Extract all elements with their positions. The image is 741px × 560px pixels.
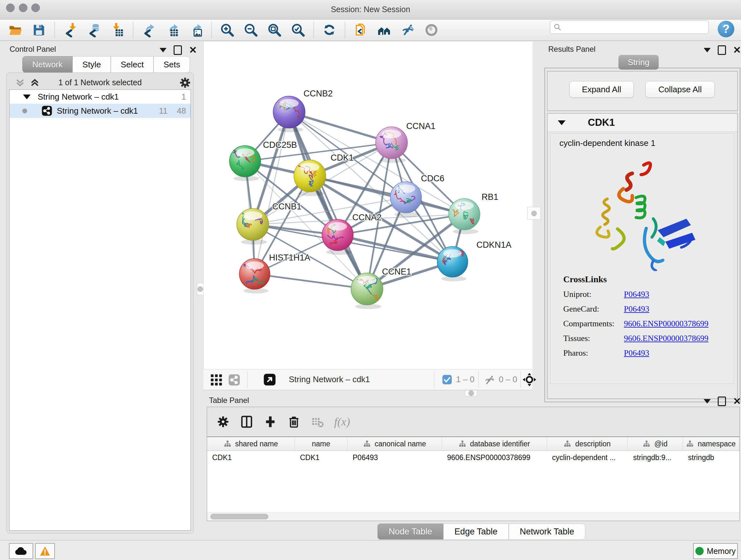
crosslinks-title: CrossLinks — [563, 274, 729, 285]
tab-edge-table[interactable]: Edge Table — [443, 523, 509, 540]
zoom-out-button[interactable] — [243, 22, 259, 38]
show-column-button[interactable] — [240, 415, 254, 429]
network-node-CCNB2[interactable] — [273, 96, 305, 132]
close-panel-icon[interactable]: ✕ — [733, 46, 741, 54]
right-splitter-handle[interactable] — [527, 207, 541, 220]
left-splitter-handle[interactable] — [197, 283, 204, 295]
zoom-fit-button[interactable] — [267, 22, 282, 38]
cell[interactable]: CDK1 — [207, 451, 295, 464]
network-view-canvas[interactable]: CCNB2CCNA1CDC25BCDK1CDC6RB1CCNB1CCNA2CDK… — [203, 42, 533, 369]
network-node-CDC25B[interactable] — [229, 145, 261, 181]
crosslink-value[interactable]: P06493 — [624, 348, 649, 358]
network-mode-icon[interactable] — [228, 374, 240, 386]
float-panel-icon[interactable] — [718, 396, 726, 406]
entry-header[interactable]: CDK1 — [548, 114, 737, 132]
function-builder-button[interactable]: f(x) — [334, 415, 350, 428]
table-horizontal-scrollbar[interactable] — [207, 512, 739, 520]
save-session-button[interactable] — [31, 22, 47, 38]
cell[interactable]: cyclin-dependent ... — [547, 451, 628, 464]
column-header-namespace[interactable]: namespace — [683, 437, 739, 450]
column-header-database-identifier[interactable]: database identifier — [442, 437, 547, 450]
tab-string[interactable]: String — [618, 55, 659, 70]
scrollbar-thumb[interactable] — [210, 514, 268, 519]
network-options-gear-icon[interactable] — [179, 77, 191, 89]
crosslink-value[interactable]: 9606.ENSP00000378699 — [624, 334, 709, 343]
column-label: @id — [654, 440, 667, 448]
tab-network[interactable]: Network — [22, 56, 72, 73]
show-graphics-details-button[interactable] — [424, 22, 439, 38]
hide-graphics-details-button[interactable] — [400, 22, 415, 38]
network-node-RB1[interactable] — [449, 199, 480, 234]
help-button[interactable]: ? — [718, 21, 734, 37]
cell[interactable]: 9606.ENSP00000378699 — [442, 451, 547, 464]
crosslink-value[interactable]: P06493 — [624, 290, 649, 299]
tab-network-table[interactable]: Network Table — [509, 523, 586, 540]
first-neighbors-button[interactable] — [377, 22, 392, 38]
column-label: name — [312, 440, 330, 448]
import-network-button[interactable] — [63, 22, 78, 38]
column-mapping-icon — [224, 440, 231, 448]
collapse-panel-icon[interactable] — [159, 48, 166, 52]
warnings-button[interactable] — [35, 543, 55, 559]
network-selection-status: 1 of 1 Network selected — [7, 78, 193, 87]
column-header--id[interactable]: @id — [628, 437, 683, 450]
zoom-in-button[interactable] — [219, 22, 235, 38]
cell[interactable]: CDK1 — [295, 451, 347, 464]
tab-select[interactable]: Select — [111, 56, 153, 73]
grid-mode-icon[interactable] — [210, 374, 222, 386]
column-header-canonical-name[interactable]: canonical name — [347, 437, 442, 450]
float-panel-icon[interactable] — [174, 45, 182, 55]
collection-expander-icon[interactable] — [23, 95, 30, 99]
column-header-name[interactable]: name — [295, 437, 347, 450]
network-collection-row[interactable]: String Network – cdk1 1 — [10, 90, 191, 104]
tab-style[interactable]: Style — [72, 56, 111, 73]
column-mapping-icon — [643, 440, 650, 448]
cloud-status-button[interactable] — [9, 543, 33, 559]
crosslink-value[interactable]: 9606.ENSP00000378699 — [624, 319, 709, 328]
column-header-shared-name[interactable]: shared name — [207, 437, 295, 450]
delete-column-button[interactable] — [287, 415, 301, 429]
open-session-button[interactable] — [8, 22, 23, 38]
export-table-button[interactable] — [165, 22, 180, 38]
create-column-button[interactable] — [263, 415, 277, 429]
fit-selected-crosshair-icon[interactable] — [522, 373, 536, 387]
table-row[interactable]: CDK1CDK1P064939606.ENSP00000378699cyclin… — [207, 451, 739, 464]
zoom-selected-button[interactable] — [290, 22, 306, 38]
export-network-button[interactable] — [141, 22, 156, 38]
crosslink-value[interactable]: P06493 — [624, 304, 649, 314]
cell[interactable]: stringdb — [683, 451, 739, 464]
network-edge[interactable] — [255, 274, 367, 289]
collapse-panel-icon[interactable] — [704, 48, 711, 52]
apply-layout-button[interactable] — [322, 22, 337, 38]
network-node-HIST1H1A[interactable] — [239, 259, 270, 294]
close-panel-icon[interactable]: ✕ — [733, 397, 741, 405]
cell[interactable]: P06493 — [347, 451, 442, 464]
network-node-CCNB1[interactable] — [237, 208, 269, 245]
birdseye-view-icon[interactable] — [263, 373, 276, 386]
collapse-all-button[interactable]: Collapse All — [645, 81, 715, 98]
string-import-button[interactable] — [353, 22, 368, 38]
tab-node-table[interactable]: Node Table — [378, 523, 443, 540]
network-node-CCNA2[interactable] — [322, 219, 353, 255]
control-panel-tabs: NetworkStyleSelectSets — [22, 56, 190, 73]
network-node-CDKN1A[interactable] — [437, 246, 468, 281]
selected-checkbox-icon[interactable] — [442, 374, 452, 385]
network-node-CCNA1[interactable] — [376, 127, 408, 163]
table-options-button[interactable] — [216, 415, 230, 429]
network-row[interactable]: String Network – cdk1 11 48 — [10, 104, 191, 118]
import-network-database-button[interactable] — [86, 22, 102, 38]
search-input[interactable] — [562, 21, 709, 33]
export-image-button[interactable] — [188, 22, 204, 38]
tab-sets[interactable]: Sets — [153, 56, 190, 73]
column-header-description[interactable]: description — [547, 437, 628, 450]
memory-button[interactable]: Memory — [693, 543, 738, 559]
cell[interactable]: stringdb:9... — [628, 451, 683, 464]
close-panel-icon[interactable]: ✕ — [189, 46, 197, 54]
import-table-button[interactable] — [110, 22, 125, 38]
entry-expander-icon[interactable] — [558, 120, 565, 125]
show-graphics-details-icon — [424, 23, 439, 37]
float-panel-icon[interactable] — [718, 45, 726, 55]
network-node-CCNE1[interactable] — [351, 273, 383, 309]
expand-all-button[interactable]: Expand All — [569, 81, 634, 98]
collapse-panel-icon[interactable] — [704, 399, 711, 403]
